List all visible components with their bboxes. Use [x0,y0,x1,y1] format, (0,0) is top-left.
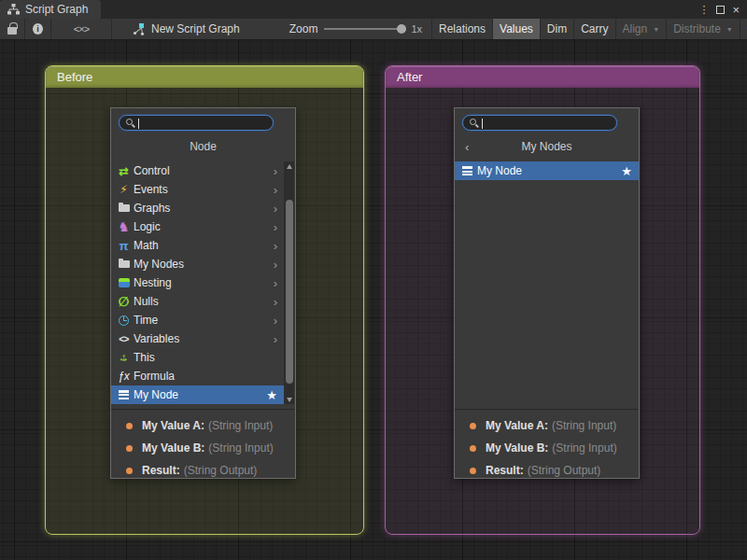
zoom-slider-thumb[interactable] [397,24,406,34]
search-input[interactable] [138,117,267,130]
group-before-title: Before [57,70,92,84]
node-list: My Node [455,161,639,404]
node-icon [459,163,475,178]
clock-icon [116,313,132,328]
port-dot-icon [126,445,133,452]
text-caret [482,119,483,129]
port-dot-icon [470,423,476,429]
finder-header-label: My Nodes [521,140,571,153]
move-icon [116,350,132,365]
list-item[interactable]: Formula [111,367,284,385]
list-item[interactable]: Variables [111,329,284,348]
list-item[interactable]: Events [111,180,284,199]
code-brackets-icon [74,23,89,35]
node-icon [116,387,132,402]
null-icon [116,294,132,309]
folder-icon [116,201,132,216]
toolbar-toggle-buttons: RelationsValuesDimCarryAlign▼Distribute▼… [431,19,747,39]
search-input[interactable] [482,117,611,130]
tab-strip: Script Graph ⋮ × [0,0,747,19]
star-icon[interactable] [621,164,632,178]
list-item[interactable]: My Node [111,385,284,404]
nesting-icon [116,275,132,290]
knight-icon [116,219,132,234]
tab-title: Script Graph [25,3,88,16]
search-field[interactable] [462,115,617,131]
close-icon[interactable]: × [732,3,740,17]
group-after-title: After [397,70,422,84]
back-chevron-icon[interactable] [465,136,469,157]
finder-header: Node [111,136,295,157]
toolbar-button-carry[interactable]: Carry [574,19,615,39]
chevron-right-icon [274,202,277,216]
node-category-list: Control Events Graphs Logic Math My Node… [111,161,295,404]
tab-script-graph[interactable]: Script Graph [0,0,101,19]
group-before-header[interactable]: Before [46,66,363,88]
pane-menu-icon[interactable]: ⋮ [698,4,709,16]
toolbar-button-distribute[interactable]: Distribute▼ [667,19,740,39]
port-dot-icon [126,423,133,429]
chevron-right-icon [274,295,277,309]
text-caret [138,119,139,129]
fuzzy-finder-before: Node Control Events Graphs Logic Math My… [110,107,296,479]
window-controls: ⋮ × [698,0,747,19]
list-item[interactable]: Nulls [111,292,284,311]
finder-header: My Nodes [455,136,639,157]
zoom-slider[interactable] [324,28,404,30]
port-dot-icon [126,468,133,474]
list-item[interactable]: Time [111,311,284,329]
list-item[interactable]: Graphs [111,199,284,217]
toolbar: New Script Graph Zoom 1x RelationsValues… [0,19,747,40]
lightning-icon [116,182,132,197]
fx-icon [116,369,132,384]
chevron-right-icon [274,164,277,178]
chevron-right-icon [274,239,277,253]
chevron-right-icon [274,276,277,290]
search-field[interactable] [119,115,274,131]
scroll-up-icon[interactable] [284,161,294,171]
info-icon [33,23,43,35]
port-row: Result: (String Output) [111,459,295,482]
chevron-down-icon: ▼ [653,26,659,33]
zoom-label: Zoom [289,22,318,35]
zoom-value: 1x [411,23,422,35]
scrollbar[interactable] [284,161,294,404]
list-item[interactable]: My Nodes [111,255,284,273]
graph-canvas[interactable]: Before After Node Control Events [0,40,747,560]
list-item[interactable]: My Node [455,161,639,180]
new-script-graph-button[interactable]: New Script Graph [125,19,247,39]
toolbar-button-values[interactable]: Values [493,19,541,39]
new-graph-icon [132,22,145,35]
chevron-right-icon [274,332,277,346]
lock-icon [7,27,17,35]
search-icon [469,118,479,128]
list-item[interactable]: This [111,348,284,367]
lock-button[interactable] [0,19,25,39]
star-icon[interactable] [266,388,277,402]
naming-scheme-button[interactable] [51,19,112,39]
zoom-control: Zoom 1x [280,19,431,39]
list-item[interactable]: Nesting [111,273,284,292]
scrollbar-thumb[interactable] [286,200,293,384]
search-icon [125,118,135,128]
fuzzy-finder-after: My Nodes My Node My Value A: (String Inp… [454,107,640,479]
port-row: Result: (String Output) [455,459,639,482]
toolbar-button-relations[interactable]: Relations [432,19,493,39]
port-row: My Value B: (String Input) [111,437,295,459]
chevron-right-icon [274,183,277,197]
port-dot-icon [470,468,476,474]
maximize-icon[interactable] [716,6,725,14]
toolbar-button-dim[interactable]: Dim [541,19,574,39]
toolbar-button-overview[interactable]: Overview [740,19,747,39]
chevron-right-icon [274,314,277,328]
list-item[interactable]: Math [111,236,284,255]
info-button[interactable] [25,19,51,39]
node-ports-preview: My Value A: (String Input) My Value B: (… [455,409,639,480]
list-item[interactable]: Logic [111,217,284,236]
list-item[interactable]: Control [111,161,284,180]
toolbar-button-align[interactable]: Align▼ [616,19,668,39]
scroll-down-icon[interactable] [284,395,294,404]
group-after-header[interactable]: After [386,66,699,88]
script-graph-window: Script Graph ⋮ × New Script Graph [0,0,747,560]
port-row: My Value B: (String Input) [455,437,639,459]
